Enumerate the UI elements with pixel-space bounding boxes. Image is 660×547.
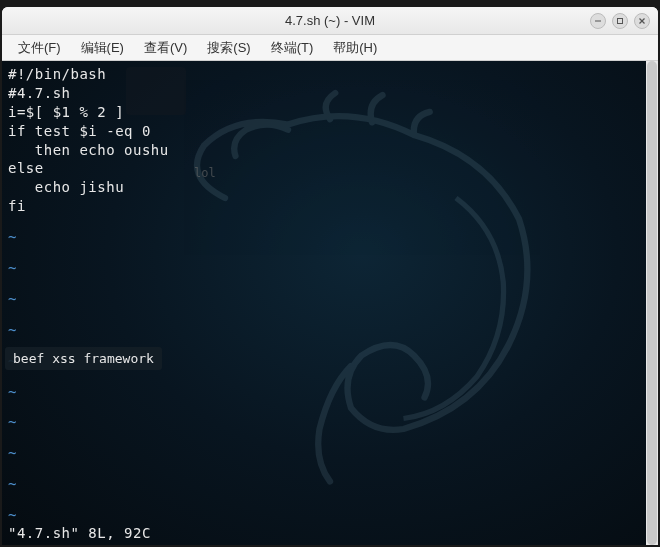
code-line: i=$[ $1 % 2 ] [8, 103, 652, 122]
menu-search[interactable]: 搜索(S) [199, 36, 258, 60]
code-line: then echo oushu [8, 141, 652, 160]
code-line: echo jishu [8, 178, 652, 197]
code-line: if test $i -eq 0 [8, 122, 652, 141]
code-line: fi [8, 197, 652, 216]
window-controls [590, 13, 650, 29]
menu-help[interactable]: 帮助(H) [325, 36, 385, 60]
menubar: 文件(F) 编辑(E) 查看(V) 搜索(S) 终端(T) 帮助(H) [2, 35, 658, 61]
desktop-beef-label: beef xss framework [5, 347, 162, 370]
vim-empty-line: ~ [8, 228, 652, 247]
vim-empty-line: ~ [8, 259, 652, 278]
code-line: #!/bin/bash [8, 65, 652, 84]
scrollbar-thumb[interactable] [647, 61, 657, 545]
menu-edit[interactable]: 编辑(E) [73, 36, 132, 60]
vim-empty-line: ~ [8, 506, 652, 525]
vim-window: 4.7.sh (~) - VIM 文件(F) 编辑(E) 查看(V) 搜索(S)… [2, 7, 658, 545]
code-line: #4.7.sh [8, 84, 652, 103]
svg-rect-1 [618, 18, 623, 23]
vim-buffer: #!/bin/bash #4.7.sh i=$[ $1 % 2 ] if tes… [2, 61, 658, 545]
vim-empty-line: ~ [8, 444, 652, 463]
terminal-area[interactable]: lol #!/bin/bash #4.7.sh i=$[ $1 % 2 ] if… [2, 61, 658, 545]
vim-empty-line: ~ [8, 321, 652, 340]
titlebar: 4.7.sh (~) - VIM [2, 7, 658, 35]
minimize-button[interactable] [590, 13, 606, 29]
close-button[interactable] [634, 13, 650, 29]
vim-empty-line: ~ [8, 290, 652, 309]
maximize-button[interactable] [612, 13, 628, 29]
menu-terminal[interactable]: 终端(T) [263, 36, 322, 60]
scrollbar[interactable] [646, 61, 658, 545]
vim-empty-line: ~ [8, 383, 652, 402]
menu-file[interactable]: 文件(F) [10, 36, 69, 60]
vim-empty-line: ~ [8, 475, 652, 494]
code-line: else [8, 159, 652, 178]
menu-view[interactable]: 查看(V) [136, 36, 195, 60]
vim-status-line: "4.7.sh" 8L, 92C [8, 525, 151, 541]
vim-empty-line: ~ [8, 413, 652, 432]
window-title: 4.7.sh (~) - VIM [285, 13, 375, 28]
